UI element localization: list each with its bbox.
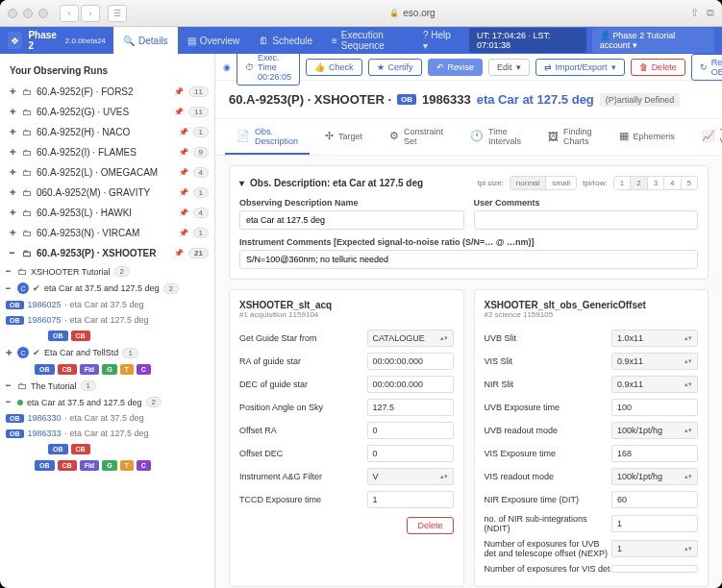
- tree-ob[interactable]: OB1986075· eta Car at 127.5 deg: [0, 312, 214, 328]
- chip-cb[interactable]: CB: [71, 331, 90, 341]
- subtab-time[interactable]: 🕐Time Intervals: [459, 119, 533, 155]
- url-bar[interactable]: 🔒eso.org: [135, 8, 690, 18]
- param-value[interactable]: 00:00:00.000: [367, 353, 454, 370]
- param-label: NIR Exposure time (DIT): [485, 495, 612, 504]
- param-label: Position Angle on Sky: [239, 403, 367, 412]
- param-value[interactable]: 00:00:00.000: [367, 376, 454, 393]
- certify-button[interactable]: ★Certify: [368, 59, 422, 76]
- select-arrows-icon: ▴▾: [685, 357, 692, 365]
- ob-header: 60.A-9253(P) · XSHOOTER · OB 1986333 eta…: [215, 81, 722, 119]
- run-item[interactable]: ✚🗀60.A-9252(H) · NACO📌1: [0, 122, 214, 142]
- tree-container[interactable]: ━C✔eta Car at 37.5 and 127.5 deg2: [0, 280, 214, 297]
- refresh-button[interactable]: ↻Refresh OB: [691, 54, 722, 81]
- run-item[interactable]: ✚🗀60.A-9252(L) · OMEGACAM📌4: [0, 162, 214, 183]
- run-item[interactable]: ✚🗀60.A-9253(N) · VIRCAM📌1: [0, 223, 214, 243]
- tabs-icon[interactable]: ⧉: [707, 7, 714, 19]
- subtab-constraint[interactable]: ⚙Constraint Set: [378, 119, 455, 155]
- chip-ob[interactable]: OB: [48, 331, 68, 341]
- param-value[interactable]: 100: [611, 399, 698, 416]
- param-value[interactable]: 100k/1pt/hg▴▾: [611, 468, 698, 485]
- tree-folder[interactable]: ━🗀XSHOOTER Tutorial2: [0, 263, 214, 280]
- subtab-obs-description[interactable]: 📄Obs. Description: [225, 119, 310, 155]
- run-item[interactable]: ✚🗀60.A-9253(L) · HAWKI📌4: [0, 203, 214, 223]
- param-value[interactable]: 1.0x11▴▾: [611, 330, 698, 347]
- help-menu[interactable]: ? Help ▾: [415, 30, 463, 51]
- table-icon: ▦: [619, 130, 629, 142]
- edit-menu[interactable]: Edit ▾: [488, 59, 530, 76]
- select-arrows-icon: ▴▾: [685, 473, 692, 480]
- sidebar-toggle[interactable]: ☰: [108, 5, 127, 22]
- subtab-finding[interactable]: 🖼Finding Charts: [536, 119, 604, 155]
- check-button[interactable]: 👍Check: [306, 59, 362, 76]
- param-value[interactable]: 60: [611, 491, 698, 508]
- param-value[interactable]: 1: [367, 491, 454, 508]
- param-value[interactable]: 1: [611, 515, 698, 532]
- tree-folder[interactable]: ━🗀The Tutorial1: [0, 378, 214, 394]
- chip-row: OBCB: [0, 441, 214, 457]
- share-icon[interactable]: ⇧: [690, 7, 699, 19]
- doc-icon: 📄: [237, 130, 250, 142]
- run-item[interactable]: ✚🗀60.A-9252(F) · FORS2📌11: [0, 82, 214, 102]
- tpl-row-toggle[interactable]: 12345: [613, 176, 698, 190]
- revise-button[interactable]: ↶Revise: [428, 59, 484, 76]
- param-label: UVB readout mode: [485, 426, 612, 435]
- forward-button[interactable]: ›: [81, 5, 100, 22]
- tab-schedule[interactable]: 🗓Schedule: [249, 27, 322, 54]
- param-row: UVB Slit1.0x11▴▾: [485, 327, 699, 350]
- run-item[interactable]: ✚🗀060.A-9252(M) · GRAVITY📌1: [0, 183, 214, 203]
- delete-template-button[interactable]: Delete: [407, 517, 453, 534]
- delete-button[interactable]: 🗑Delete: [631, 59, 685, 76]
- field-label: User Comments: [474, 198, 699, 208]
- instr-comments-input[interactable]: [239, 250, 698, 269]
- param-value[interactable]: 0: [367, 422, 454, 439]
- param-row: Instrument A&G FilterV▴▾: [239, 465, 454, 488]
- param-row: no. of NIR sub-integrations (NDIT)1: [485, 511, 699, 536]
- window-controls[interactable]: [8, 9, 48, 18]
- tpl-size-toggle[interactable]: normalsmall: [510, 176, 577, 190]
- param-value[interactable]: 0.9x11▴▾: [611, 376, 698, 393]
- clock-icon: ⏱: [245, 62, 254, 72]
- sidebar-title: Your Observing Runs: [0, 60, 214, 82]
- search-icon: 🔍: [123, 36, 135, 46]
- param-value[interactable]: 0: [367, 445, 454, 462]
- param-value[interactable]: 0.9x11▴▾: [611, 353, 698, 370]
- param-row: VIS Exposure time168: [485, 442, 699, 465]
- tab-details[interactable]: 🔍Details: [113, 27, 178, 54]
- tab-exec-sequence[interactable]: ≡Execution Sequence: [322, 27, 415, 54]
- ob-name-link[interactable]: eta Car at 127.5 deg: [477, 92, 594, 107]
- obs-name-input[interactable]: [239, 210, 464, 230]
- user-comments-input[interactable]: [474, 210, 699, 230]
- param-value[interactable]: [611, 565, 698, 573]
- param-row: VIS Slit0.9x11▴▾: [485, 350, 699, 373]
- refresh-icon: ↻: [700, 62, 708, 72]
- target-icon: ✢: [325, 130, 334, 142]
- tree-container[interactable]: ━eta Car at 37.5 and 127.5 deg2: [0, 394, 214, 410]
- param-value[interactable]: 100k/1pt/hg▴▾: [611, 422, 698, 439]
- tab-overview[interactable]: ▤Overview: [178, 27, 250, 54]
- select-arrows-icon: ▴▾: [685, 427, 692, 434]
- tree-ob[interactable]: OB1986025· eta Car at 37.5 deg: [0, 297, 214, 312]
- tree-container[interactable]: ✚C✔Eta Car and TellStd1: [0, 344, 214, 361]
- chevron-down-icon[interactable]: ▾: [239, 178, 244, 188]
- run-item[interactable]: ✚🗀60.A-9252(G) · UVES📌11: [0, 102, 214, 122]
- param-row: UVB Exposure time100: [485, 396, 699, 419]
- param-row: NIR Exposure time (DIT)60: [485, 488, 699, 511]
- tree-ob[interactable]: OB1986330· eta Car at 37.5 deg: [0, 410, 214, 426]
- param-value[interactable]: 1▴▾: [611, 540, 698, 557]
- param-value[interactable]: V▴▾: [367, 468, 454, 485]
- run-item-active[interactable]: ━🗀60.A-9253(P) · XSHOOTER📌21: [0, 243, 214, 263]
- param-label: DEC of guide star: [239, 380, 367, 389]
- subtab-target[interactable]: ✢Target: [313, 119, 374, 155]
- param-value[interactable]: CATALOGUE▴▾: [367, 330, 454, 347]
- subtab-ephemeris[interactable]: ▦Ephemeris: [608, 119, 686, 155]
- back-button[interactable]: ‹: [60, 5, 79, 22]
- run-item[interactable]: ✚🗀60.A-9252(I) · FLAMES📌9: [0, 142, 214, 162]
- account-menu[interactable]: 👤 Phase 2 Tutorial account ▾: [592, 28, 714, 53]
- tree-ob-selected[interactable]: OB1986333· eta Car at 127.5 deg: [0, 426, 214, 441]
- param-value[interactable]: 168: [611, 445, 698, 462]
- import-export-menu[interactable]: ⇄Import/Export ▾: [535, 59, 625, 76]
- param-value[interactable]: 127.5: [367, 399, 454, 416]
- exec-time-button[interactable]: ⏱Exec. Time 00:26:05: [237, 54, 300, 86]
- param-label: Get Guide Star from: [239, 333, 367, 343]
- subtab-visibility[interactable]: 📈Target Visibility: [690, 119, 722, 155]
